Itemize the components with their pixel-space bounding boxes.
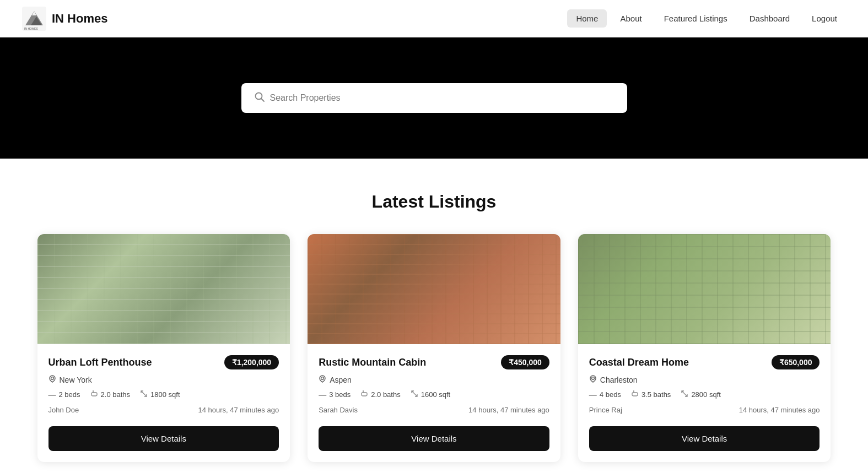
section-title: Latest Listings [33,192,835,212]
beds-label-2: 3 beds [329,390,351,399]
location-text-3: Charleston [600,376,638,384]
card-specs-3: — 4 beds 3.5 baths [589,390,820,399]
sqft-icon-1 [140,390,148,399]
beds-icon-1: — [48,390,56,399]
sqft-icon-3 [681,390,688,399]
agent-name-1: John Doe [48,406,79,414]
location-text-1: New York [60,376,92,384]
search-input[interactable] [270,93,614,103]
time-ago-1: 14 hours, 47 minutes ago [198,406,279,414]
navbar: IN HOMES IN Homes Home About Featured Li… [0,0,868,37]
baths-icon-3 [631,390,639,399]
baths-icon-1 [90,390,98,399]
card-title-row-1: Urban Loft Penthouse ₹1,200,000 [48,355,279,369]
baths-label-1: 2.0 baths [101,390,131,399]
baths-spec-1: 2.0 baths [90,390,131,399]
view-details-btn-3[interactable]: View Details [589,426,820,451]
card-specs-1: — 2 beds 2.0 baths [48,390,279,399]
listing-card-2: Rustic Mountain Cabin ₹450,000 Aspen — [308,234,560,462]
baths-label-3: 3.5 baths [641,390,671,399]
listings-section: Latest Listings Urban Loft Penthouse ₹1,… [0,159,868,473]
time-ago-3: 14 hours, 47 minutes ago [739,406,820,414]
logo-area: IN HOMES IN Homes [22,7,107,31]
beds-label-3: 4 beds [600,390,621,399]
sqft-spec-3: 2800 sqft [681,390,721,399]
card-meta-1: John Doe 14 hours, 47 minutes ago [48,405,279,414]
nav-home[interactable]: Home [567,9,607,28]
location-icon-1 [48,375,56,384]
card-image-2 [308,234,560,344]
view-details-btn-1[interactable]: View Details [48,426,279,451]
beds-icon-2: — [319,390,326,399]
card-title-row-3: Coastal Dream Home ₹650,000 [589,355,820,369]
cards-grid: Urban Loft Penthouse ₹1,200,000 New York… [37,234,831,462]
nav-links: Home About Featured Listings Dashboard L… [567,9,846,28]
card-footer-3: View Details [578,420,831,462]
svg-text:IN HOMES: IN HOMES [24,27,38,30]
baths-label-2: 2.0 baths [371,390,401,399]
card-meta-2: Sarah Davis 14 hours, 47 minutes ago [319,405,549,414]
card-body-2: Rustic Mountain Cabin ₹450,000 Aspen — [308,344,560,420]
card-image-1 [37,234,290,344]
card-body-3: Coastal Dream Home ₹650,000 Charleston — [578,344,831,420]
price-badge-3: ₹650,000 [772,355,820,369]
beds-spec-3: — 4 beds [589,390,621,399]
card-title-1: Urban Loft Penthouse [48,357,152,368]
listing-card-1: Urban Loft Penthouse ₹1,200,000 New York… [37,234,290,462]
svg-rect-18 [632,393,638,396]
nav-about[interactable]: About [611,9,650,28]
card-footer-2: View Details [308,420,560,462]
baths-spec-2: 2.0 baths [360,390,401,399]
baths-spec-3: 3.5 baths [631,390,671,399]
nav-logout[interactable]: Logout [803,9,846,28]
hero-section [0,37,868,159]
listing-card-3: Coastal Dream Home ₹650,000 Charleston — [578,234,831,462]
sqft-label-2: 1600 sqft [421,390,451,399]
svg-point-17 [591,377,594,380]
sqft-icon-2 [411,390,418,399]
svg-line-21 [682,391,687,396]
card-image-3 [578,234,831,344]
nav-dashboard[interactable]: Dashboard [741,9,799,28]
nav-featured-listings[interactable]: Featured Listings [655,9,736,28]
beds-spec-2: — 3 beds [319,390,351,399]
svg-line-11 [141,391,147,396]
brand-logo-icon: IN HOMES [22,7,46,31]
price-badge-1: ₹1,200,000 [224,355,279,369]
card-title-row-2: Rustic Mountain Cabin ₹450,000 [319,355,549,369]
price-badge-2: ₹450,000 [501,355,549,369]
card-specs-2: — 3 beds 2.0 baths [319,390,549,399]
search-icon [255,92,265,104]
agent-name-2: Sarah Davis [319,406,358,414]
svg-point-12 [321,377,324,380]
svg-rect-8 [91,393,97,396]
beds-spec-1: — 2 beds [48,390,80,399]
brand-name: IN Homes [52,12,107,26]
card-location-3: Charleston [589,375,820,384]
card-title-3: Coastal Dream Home [589,357,689,368]
time-ago-2: 14 hours, 47 minutes ago [468,406,549,414]
location-icon-3 [589,375,597,384]
location-text-2: Aspen [330,376,352,384]
svg-line-6 [261,99,264,101]
view-details-btn-2[interactable]: View Details [319,426,549,451]
baths-icon-2 [360,390,368,399]
sqft-label-1: 1800 sqft [150,390,180,399]
card-location-2: Aspen [319,375,549,384]
beds-icon-3: — [589,390,597,399]
svg-point-7 [51,377,53,380]
card-meta-3: Prince Raj 14 hours, 47 minutes ago [589,405,820,414]
sqft-spec-2: 1600 sqft [411,390,451,399]
card-footer-1: View Details [37,420,290,462]
svg-rect-13 [362,393,367,396]
svg-line-16 [412,391,417,396]
location-icon-2 [319,375,326,384]
sqft-spec-1: 1800 sqft [140,390,180,399]
card-title-2: Rustic Mountain Cabin [319,357,426,368]
card-body-1: Urban Loft Penthouse ₹1,200,000 New York… [37,344,290,420]
card-location-1: New York [48,375,279,384]
search-bar [241,83,627,113]
beds-label-1: 2 beds [59,390,80,399]
agent-name-3: Prince Raj [589,406,622,414]
sqft-label-3: 2800 sqft [691,390,721,399]
